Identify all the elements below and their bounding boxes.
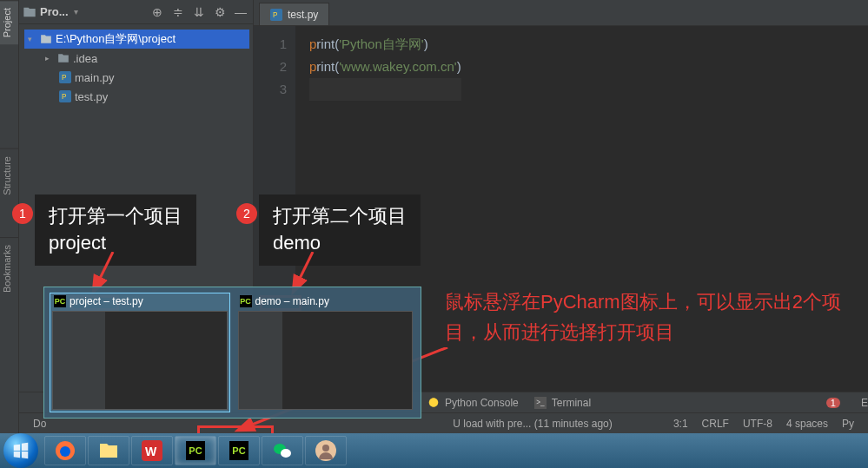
pycharm-icon: PC bbox=[186, 441, 205, 460]
status-message: U load with pre... (11 minutes ago) bbox=[53, 418, 666, 430]
wps-icon: W bbox=[142, 440, 162, 461]
firefox-icon bbox=[55, 440, 76, 461]
locate-icon[interactable]: ⊕ bbox=[149, 3, 166, 21]
terminal-icon: >_ bbox=[534, 397, 547, 409]
gear-icon[interactable]: ⚙ bbox=[211, 3, 229, 21]
python-icon bbox=[427, 397, 440, 409]
taskbar-wps[interactable]: W bbox=[131, 436, 173, 465]
callout-line: 打开第一个项目 bbox=[49, 203, 182, 230]
editor-tab-label: test.py bbox=[288, 9, 318, 21]
tree-root[interactable]: ▾ E:\Python自学网\project bbox=[24, 30, 249, 49]
tree-item-label: .idea bbox=[73, 52, 97, 65]
pycharm-icon: PC bbox=[229, 441, 248, 460]
bottom-tab-label: Python Console bbox=[445, 397, 519, 409]
svg-point-17 bbox=[281, 449, 291, 458]
error-badge[interactable]: 1 bbox=[826, 398, 840, 408]
status-lang[interactable]: Py bbox=[835, 418, 861, 430]
preview-title-text: project – test.py bbox=[70, 295, 143, 307]
folder-icon bbox=[98, 440, 119, 461]
preview-title: PC project – test.py bbox=[50, 293, 229, 309]
callout-box-2: 打开第二个项目 demo bbox=[259, 194, 421, 266]
callout-badge-1: 1 bbox=[12, 203, 33, 224]
code-line: print('www.wakey.com.cn') bbox=[309, 56, 461, 78]
status-indent[interactable]: 4 spaces bbox=[779, 418, 835, 430]
folder-icon bbox=[57, 52, 70, 64]
project-tree: ▾ E:\Python自学网\project ▸ .idea P main.py… bbox=[19, 24, 253, 109]
status-left-prefix: Do bbox=[26, 418, 53, 430]
windows-logo-icon bbox=[11, 441, 30, 460]
taskbar-avatar[interactable] bbox=[305, 436, 347, 465]
wechat-icon bbox=[272, 440, 293, 461]
callout-line: 打开第二个项目 bbox=[273, 203, 407, 230]
tree-item-label: test.py bbox=[75, 90, 108, 103]
status-encoding[interactable]: UTF-8 bbox=[736, 418, 779, 430]
sidebar-tab-structure[interactable]: Structure bbox=[0, 148, 18, 202]
hover-explanation: 鼠标悬浮在PyCharm图标上，可以显示出2个项目，从而进行选择打开项目 bbox=[445, 287, 853, 347]
chevron-down-icon[interactable]: ▾ bbox=[74, 7, 78, 16]
code-line: print('Python自学网') bbox=[309, 33, 461, 56]
status-caret-pos[interactable]: 3:1 bbox=[666, 418, 695, 430]
line-number: 3 bbox=[254, 78, 287, 101]
tree-item-idea[interactable]: ▸ .idea bbox=[24, 49, 249, 68]
tree-item-label: main.py bbox=[75, 71, 115, 84]
line-number: 2 bbox=[254, 56, 287, 78]
taskbar-pycharm-2[interactable]: PC bbox=[218, 436, 260, 465]
expand-icon: ▾ bbox=[28, 35, 36, 43]
error-label: E bbox=[861, 397, 868, 409]
pycharm-icon: PC bbox=[240, 295, 252, 307]
expand-icon: ▸ bbox=[45, 54, 54, 63]
svg-point-19 bbox=[322, 445, 329, 452]
line-number: 1 bbox=[254, 33, 287, 56]
taskbar-preview-popup: PC project – test.py PC demo – main.py bbox=[43, 287, 421, 419]
preview-thumbnail bbox=[52, 311, 228, 410]
editor-tab-testpy[interactable]: P test.py bbox=[259, 3, 329, 25]
start-button[interactable] bbox=[3, 433, 38, 468]
expand-all-icon[interactable]: ≑ bbox=[169, 3, 187, 21]
taskbar-explorer[interactable] bbox=[88, 436, 129, 465]
tab-python-console[interactable]: Python Console bbox=[427, 397, 519, 409]
tree-item-testpy[interactable]: P test.py bbox=[24, 87, 249, 106]
svg-text:P: P bbox=[273, 10, 278, 18]
python-file-icon: P bbox=[270, 9, 282, 21]
python-file-icon: P bbox=[59, 71, 71, 83]
svg-text:W: W bbox=[145, 445, 157, 458]
taskbar-preview-project[interactable]: PC project – test.py bbox=[50, 293, 230, 412]
pycharm-icon: PC bbox=[54, 295, 66, 307]
svg-text:>_: >_ bbox=[536, 399, 545, 406]
bottom-tab-label: Terminal bbox=[552, 397, 591, 409]
sidebar-tab-project[interactable]: Project bbox=[0, 0, 18, 44]
avatar-icon bbox=[315, 440, 336, 461]
taskbar-firefox[interactable] bbox=[44, 436, 86, 465]
taskbar-wechat[interactable] bbox=[262, 436, 303, 465]
callout-line: project bbox=[49, 230, 182, 257]
svg-text:P: P bbox=[62, 93, 67, 101]
svg-point-13 bbox=[60, 446, 70, 457]
callout-line: demo bbox=[273, 230, 407, 257]
tree-item-mainpy[interactable]: P main.py bbox=[24, 68, 249, 87]
python-file-icon: P bbox=[59, 90, 71, 102]
folder-icon bbox=[40, 33, 52, 45]
code-line bbox=[309, 78, 461, 101]
tree-root-label: E:\Python自学网\project bbox=[56, 31, 176, 47]
taskbar-pycharm[interactable]: PC bbox=[175, 436, 216, 465]
svg-text:P: P bbox=[62, 74, 67, 82]
tab-terminal[interactable]: >_ Terminal bbox=[534, 397, 591, 409]
preview-title: PC demo – main.py bbox=[236, 293, 415, 309]
folder-icon bbox=[23, 5, 36, 19]
sidebar-tab-bookmarks[interactable]: Bookmarks bbox=[0, 237, 18, 300]
panel-title: Pro... bbox=[40, 5, 69, 18]
editor-tab-bar: P test.py bbox=[254, 0, 868, 26]
hide-icon[interactable]: — bbox=[232, 3, 249, 21]
callout-box-1: 打开第一个项目 project bbox=[35, 194, 196, 266]
taskbar-preview-demo[interactable]: PC demo – main.py bbox=[235, 293, 416, 412]
preview-title-text: demo – main.py bbox=[255, 295, 329, 307]
status-line-sep[interactable]: CRLF bbox=[695, 418, 736, 430]
windows-taskbar: W PC PC bbox=[0, 433, 868, 468]
callout-badge-2: 2 bbox=[236, 203, 257, 224]
collapse-icon[interactable]: ⇊ bbox=[190, 3, 208, 21]
project-panel-header: Pro... ▾ ⊕ ≑ ⇊ ⚙ — bbox=[19, 0, 253, 24]
preview-thumbnail bbox=[238, 311, 414, 410]
